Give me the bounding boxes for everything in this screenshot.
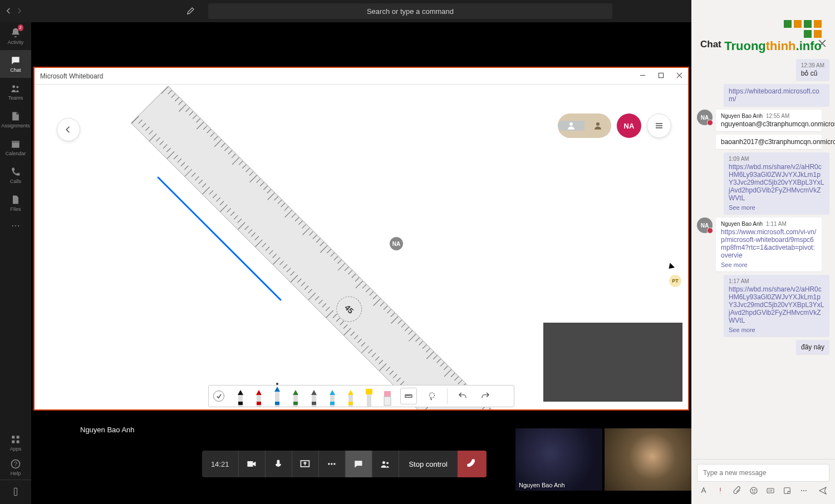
chat-input-field[interactable]: Type a new message	[697, 464, 829, 482]
whiteboard-presence: NA	[558, 113, 671, 138]
emoji-icon[interactable]	[749, 486, 758, 497]
msg-avatar: NA	[697, 218, 713, 233]
nav-teams-label: Teams	[8, 95, 23, 101]
svg-rect-34	[348, 402, 353, 405]
chat-bubble[interactable]: 1:17 AMhttps://wbd.ms/share/v2/aHR0cHM6L…	[724, 275, 829, 337]
whiteboard-menu-button[interactable]	[647, 113, 671, 138]
chat-toggle-button[interactable]	[345, 451, 371, 477]
nav-help[interactable]: ? Help	[0, 455, 31, 480]
phone-icon	[10, 166, 21, 177]
search-bar[interactable]: Search or type a command	[208, 3, 612, 19]
pen-1[interactable]	[253, 390, 264, 407]
main-stage: Microsoft Whiteboard NA	[31, 0, 691, 504]
close-icon[interactable]	[676, 72, 682, 80]
svg-rect-38	[384, 397, 391, 406]
chat-bubble[interactable]: Nguyen Bao Anh1:11 AMhttps://www.microso…	[716, 218, 822, 271]
eraser-tool[interactable]	[382, 390, 393, 407]
teams-icon	[10, 83, 21, 94]
svg-marker-23	[293, 390, 298, 395]
chat-bubble[interactable]: 1:09 AMhttps://wbd.ms/share/v2/aHR0cHM6L…	[724, 152, 829, 214]
chat-message: NANguyen Bao Anh1:11 AMhttps://www.micro…	[697, 218, 829, 271]
pen-3[interactable]	[290, 390, 301, 407]
nav-activity-badge: 2	[18, 24, 23, 31]
mic-button[interactable]	[264, 451, 291, 477]
pen-confirm-button[interactable]	[213, 391, 224, 402]
chat-bubble[interactable]: đây này	[796, 340, 829, 354]
svg-marker-26	[311, 390, 317, 395]
nav-more[interactable]: ⋯	[0, 217, 31, 234]
more-actions-button[interactable]	[318, 451, 345, 477]
nav-back-button[interactable]	[6, 6, 12, 16]
see-more-link[interactable]: See more	[721, 261, 817, 268]
nav-forward-button[interactable]	[16, 6, 22, 16]
participant-avatar[interactable]: NA	[617, 113, 641, 138]
svg-rect-25	[293, 402, 298, 405]
svg-point-56	[805, 490, 807, 491]
stop-control-button[interactable]: Stop control	[398, 451, 457, 477]
assignments-icon	[10, 111, 21, 122]
presence-toggle[interactable]	[558, 113, 611, 138]
nav-activity-label: Activity	[8, 39, 24, 45]
nav-calls[interactable]: Calls	[0, 161, 31, 189]
video-thumb-remote[interactable]: Nguyen Bao Anh	[515, 428, 602, 491]
camera-button[interactable]	[238, 451, 264, 477]
minimize-icon[interactable]	[640, 72, 646, 80]
undo-button[interactable]	[455, 388, 470, 404]
chat-bubble[interactable]: Nguyen Bao Anh12:55 AMnguyentoan@c3tranp…	[716, 110, 822, 131]
see-more-link[interactable]: See more	[729, 204, 824, 211]
local-cursor-pt: PT	[668, 274, 682, 288]
pen-6[interactable]	[345, 390, 356, 407]
format-icon[interactable]	[699, 486, 708, 497]
share-button[interactable]	[291, 451, 318, 477]
highlighter-tool[interactable]	[364, 389, 375, 407]
sticker-icon[interactable]	[783, 486, 792, 497]
svg-rect-19	[257, 402, 261, 405]
pen-0[interactable]	[235, 390, 246, 407]
person-icon	[566, 121, 576, 131]
send-button[interactable]	[818, 486, 827, 497]
nav-teams[interactable]: Teams	[0, 78, 31, 106]
chat-messages[interactable]: 12:39 AMbỏ cũhttps://whiteboard.microsof…	[691, 53, 835, 459]
chat-bubble[interactable]: https://whiteboard.microsoft.com/	[724, 84, 829, 106]
chat-message: https://whiteboard.microsoft.com/	[697, 84, 829, 106]
svg-rect-36	[367, 394, 371, 407]
svg-point-46	[382, 461, 385, 464]
back-button[interactable]	[57, 118, 80, 141]
nav-calls-label: Calls	[10, 179, 21, 184]
priority-icon[interactable]	[716, 486, 725, 497]
nav-assignments[interactable]: Assignments	[0, 106, 31, 134]
compose-more-icon[interactable]	[799, 486, 808, 497]
pen-5[interactable]	[327, 390, 338, 407]
redo-button[interactable]	[478, 388, 493, 404]
pen-4[interactable]	[308, 390, 320, 407]
attach-icon[interactable]	[733, 486, 741, 497]
see-more-link[interactable]: See more	[729, 327, 824, 333]
lasso-button[interactable]	[424, 388, 440, 404]
svg-point-47	[386, 462, 389, 464]
ruler-angle: 45	[331, 291, 367, 327]
chat-close-button[interactable]	[818, 39, 826, 50]
ruler-button[interactable]	[400, 388, 417, 404]
chat-message: baoanh2017@c3tranphumcqn.onmicrosoft.com	[697, 135, 829, 149]
nav-apps[interactable]: Apps	[0, 431, 31, 455]
pen-2[interactable]	[272, 387, 283, 407]
video-thumb-self[interactable]	[605, 428, 691, 491]
svg-point-48	[750, 487, 757, 494]
device-icon	[10, 486, 21, 497]
chat-bubble[interactable]: 12:39 AMbỏ cũ	[796, 59, 829, 81]
chat-bubble[interactable]: baoanh2017@c3tranphumcqn.onmicrosoft.com	[716, 135, 822, 149]
people-button[interactable]	[371, 451, 398, 477]
nav-chat[interactable]: Chat	[0, 50, 31, 78]
gif-icon[interactable]: GIF	[766, 486, 775, 497]
new-chat-button[interactable]	[184, 4, 197, 18]
svg-marker-29	[330, 390, 335, 395]
whiteboard-canvas[interactable]: NA 45 NA PT	[35, 86, 688, 409]
nav-files[interactable]: Files	[0, 189, 31, 217]
maximize-icon[interactable]	[658, 72, 664, 80]
nav-device[interactable]	[0, 480, 31, 504]
svg-marker-32	[348, 390, 353, 395]
svg-rect-10	[14, 488, 17, 495]
nav-calendar[interactable]: Calendar	[0, 134, 31, 161]
hangup-button[interactable]	[458, 451, 487, 477]
nav-activity[interactable]: 2 Activity	[0, 22, 31, 50]
